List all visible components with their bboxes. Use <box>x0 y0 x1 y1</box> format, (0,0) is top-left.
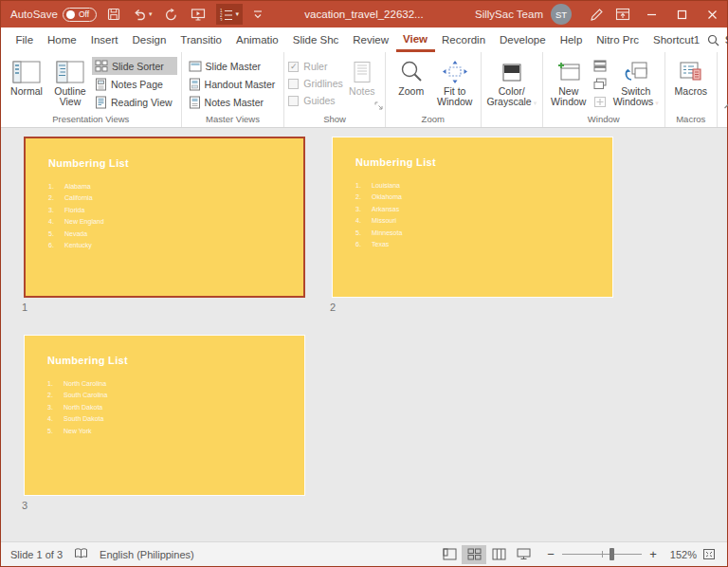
slide-thumbnail-1[interactable]: Numbering List 1.Alabama 2.California 3.… <box>24 137 305 298</box>
search-box[interactable]: Search <box>707 34 728 46</box>
numbering-button[interactable]: 1 2 3 <box>216 4 243 25</box>
spell-check-button[interactable] <box>74 547 88 561</box>
normal-view-label: Normal <box>10 86 43 97</box>
macros-icon <box>679 61 703 83</box>
reading-view-status-button[interactable] <box>486 545 511 564</box>
cascade-windows-button[interactable] <box>591 75 611 93</box>
slide-show-status-icon <box>517 548 531 560</box>
close-button[interactable] <box>697 1 727 27</box>
zoom-slider-thumb[interactable] <box>610 548 614 560</box>
slide-master-button[interactable]: Slide Master <box>186 57 281 75</box>
redo-button[interactable] <box>162 4 180 25</box>
autosave-state: Off <box>79 9 89 19</box>
tab-file[interactable]: File <box>9 27 41 52</box>
slide-sorter-button[interactable]: Slide Sorter <box>92 57 177 75</box>
normal-view-status-button[interactable] <box>437 545 462 564</box>
outline-view-icon <box>56 60 84 84</box>
title-bar: AutoSave Off <box>1 1 727 27</box>
outline-view-button[interactable]: Outline View <box>48 55 92 107</box>
maximize-button[interactable] <box>666 1 697 27</box>
slide-number-2: 2 <box>330 302 336 313</box>
color-grayscale-button[interactable]: Color/ Grayscale <box>485 55 538 108</box>
move-split-button[interactable] <box>591 93 611 111</box>
fit-to-window-label-2: Window <box>437 96 472 107</box>
tab-recording[interactable]: Recordin <box>435 27 493 52</box>
status-bar: Slide 1 of 3 English (Philippines) <box>1 541 727 566</box>
save-button[interactable] <box>105 4 122 25</box>
pen-icon <box>590 8 604 22</box>
tab-transitions[interactable]: Transitio <box>173 27 229 52</box>
tab-help[interactable]: Help <box>553 27 590 52</box>
inking-button[interactable] <box>583 1 610 27</box>
arrange-all-button[interactable] <box>591 57 611 75</box>
slide-show-status-button[interactable] <box>511 545 536 564</box>
zoom-slider[interactable] <box>562 554 642 555</box>
group-label-presentation-views: Presentation Views <box>5 112 177 127</box>
gridlines-label: Gridlines <box>303 78 342 89</box>
handout-master-button[interactable]: Handout Master <box>186 75 281 93</box>
handout-master-icon <box>189 78 201 91</box>
notes-button[interactable]: Notes <box>343 55 381 97</box>
tab-animations[interactable]: Animatio <box>228 27 285 52</box>
ribbon-tab-row: File Home Insert Design Transitio Animat… <box>1 27 727 52</box>
reading-view-button[interactable]: Reading View <box>92 93 177 111</box>
save-icon <box>107 8 120 21</box>
macros-button[interactable]: Macros <box>669 55 713 97</box>
zoom-out-button[interactable]: − <box>545 547 556 561</box>
minimize-button[interactable] <box>636 1 666 27</box>
ribbon-display-options-button[interactable] <box>610 1 636 27</box>
new-window-button[interactable]: New Window <box>547 55 591 107</box>
tab-home[interactable]: Home <box>41 27 84 52</box>
show-dialog-launcher[interactable] <box>374 101 383 112</box>
autosave-toggle[interactable]: Off <box>63 8 97 22</box>
reading-view-icon <box>95 96 107 109</box>
cascade-icon <box>593 78 607 90</box>
arrange-all-icon <box>593 60 607 72</box>
start-from-beginning-button[interactable] <box>189 4 208 25</box>
account-name[interactable]: SillySac Team <box>475 9 543 20</box>
slide-number-1: 1 <box>22 302 27 313</box>
tab-insert[interactable]: Insert <box>83 27 125 52</box>
customize-qat-icon <box>253 9 263 19</box>
ribbon-display-options-icon <box>615 8 630 21</box>
group-zoom: Zoom Fit to Window <box>386 52 482 127</box>
guides-checkbox[interactable]: Guides <box>288 92 342 109</box>
tab-slide-show[interactable]: Slide Shc <box>285 27 346 52</box>
group-label-master-views: Master Views <box>186 112 281 127</box>
zoom-in-button[interactable]: + <box>647 547 659 561</box>
fit-slide-to-window-button[interactable] <box>697 545 721 564</box>
checkbox-unchecked-icon <box>288 79 299 89</box>
tab-nitro-pro[interactable]: Nitro Prc <box>590 27 646 52</box>
zoom-button[interactable]: Zoom <box>390 55 433 97</box>
fit-to-window-button[interactable]: Fit to Window <box>433 55 477 107</box>
color-grayscale-label-2: Grayscale <box>486 96 531 107</box>
ruler-checkbox[interactable]: Ruler <box>288 58 342 75</box>
notes-page-button[interactable]: Notes Page <box>92 75 177 93</box>
switch-windows-button[interactable]: Switch Windows <box>611 55 661 108</box>
slide-thumbnail-2[interactable]: Numbering List 1.Louisiana 2.Oklahoma 3.… <box>332 137 613 298</box>
autosave-control[interactable]: AutoSave Off <box>10 8 97 22</box>
avatar[interactable]: ST <box>551 4 572 25</box>
slide-list: 1.Louisiana 2.Oklahoma 3.Arkansas 4.Miss… <box>355 180 612 250</box>
guides-label: Guides <box>303 95 335 106</box>
maximize-icon <box>677 9 687 20</box>
tab-view[interactable]: View <box>396 27 435 52</box>
color-grayscale-icon <box>502 64 521 82</box>
notes-label: Notes <box>349 86 374 97</box>
tab-design[interactable]: Design <box>125 27 173 52</box>
gridlines-checkbox[interactable]: Gridlines <box>288 75 342 92</box>
customize-qat-button[interactable] <box>251 4 264 25</box>
zoom-level[interactable]: 152% <box>664 549 697 560</box>
slide-sorter-status-button[interactable] <box>462 545 486 564</box>
normal-view-button[interactable]: Normal <box>5 55 48 97</box>
ruler-label: Ruler <box>303 61 327 72</box>
notes-master-button[interactable]: Notes Master <box>186 93 281 111</box>
collapse-ribbon-button[interactable] <box>718 52 728 127</box>
tab-review[interactable]: Review <box>346 27 396 52</box>
undo-button[interactable] <box>131 4 155 25</box>
language-indicator[interactable]: English (Philippines) <box>100 549 194 560</box>
tab-developer[interactable]: Develope <box>493 27 554 52</box>
tab-shortcut-tools[interactable]: Shortcut1 <box>646 27 707 52</box>
numbered-list-icon: 1 2 3 <box>220 9 233 21</box>
slide-thumbnail-3[interactable]: Numbering List 1.North Carolina 2.South … <box>24 335 305 496</box>
